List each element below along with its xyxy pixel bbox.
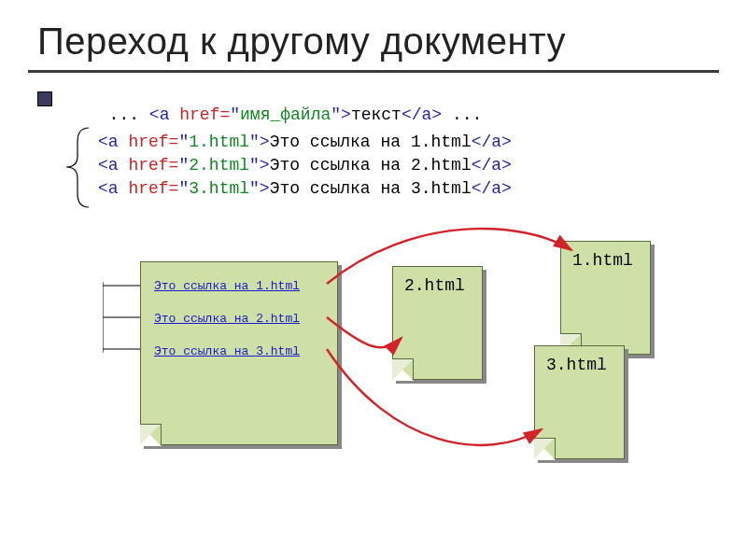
example-line: <a href="1.html">Это ссылка на 1.html</a… (98, 131, 512, 154)
syn-q1: " (230, 105, 240, 124)
target-doc-3: 3.html (534, 345, 625, 459)
syn-tag-open: <a (149, 105, 179, 124)
source-doc-links: Это ссылка на 1.html Это ссылка на 2.htm… (154, 279, 300, 377)
syn-close2: </a> (402, 105, 442, 124)
doc-link-1[interactable]: Это ссылка на 1.html (154, 279, 300, 293)
brace-icon (61, 123, 98, 212)
syn-post: ... (442, 105, 482, 124)
syn-close1: > (341, 105, 351, 124)
target-doc-2-label: 2.html (404, 276, 465, 295)
target-doc-3-label: 3.html (546, 356, 607, 374)
page-title: Переход к другому документу (37, 21, 566, 63)
target-doc-2: 2.html (392, 266, 483, 380)
target-doc-1-label: 1.html (572, 251, 633, 270)
example-line: <a href="2.html">Это ссылка на 2.html</a… (98, 154, 512, 177)
example-line: <a href="3.html">Это ссылка на 3.html</a… (98, 177, 512, 201)
syn-val: имя_файла (240, 105, 331, 124)
doc-link-2[interactable]: Это ссылка на 2.html (154, 312, 300, 326)
syn-q2: " (331, 105, 341, 124)
syn-text: текст (351, 105, 402, 124)
target-doc-1: 1.html (560, 241, 651, 355)
syn-attr: href= (179, 105, 230, 124)
example-code-block: <a href="1.html">Это ссылка на 1.html</a… (98, 131, 512, 202)
bullet-icon (37, 91, 52, 106)
doc-link-3[interactable]: Это ссылка на 3.html (154, 344, 300, 358)
source-document: Это ссылка на 1.html Это ссылка на 2.htm… (140, 261, 338, 445)
syn-pre: ... (109, 105, 149, 124)
syntax-line: ... <a href="имя_файла">текст</a> ... (89, 87, 482, 124)
title-underline (28, 70, 719, 73)
